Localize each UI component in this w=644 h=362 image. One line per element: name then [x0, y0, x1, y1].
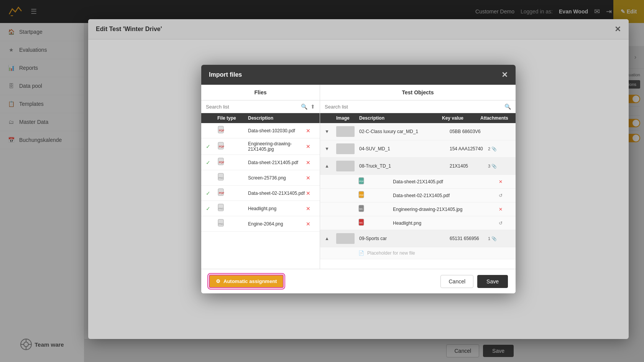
flies-panel: Flies 🔍 ⬆ File type Description: [201, 85, 320, 269]
to-key-1: 05BB 68603V6: [450, 129, 488, 134]
svg-text:PNG: PNG: [219, 177, 223, 179]
file-type-icon: PNG: [217, 204, 248, 213]
svg-text:IMG: IMG: [359, 208, 363, 210]
auto-assign-label: Automatic assignment: [223, 278, 277, 284]
to-key-3: 21X1405: [450, 163, 488, 169]
to-attach-2: 2 📎: [488, 146, 511, 151]
sub-file-row: PDF Data-sheet-21X1405.pdf ✕: [320, 175, 516, 189]
file-remove-icon[interactable]: ✕: [306, 190, 315, 196]
svg-text:PDF: PDF: [219, 192, 224, 194]
to-row: ▼ 04-SUV_MD_1 154 AAA125740 2 📎: [320, 140, 516, 158]
auto-assign-button[interactable]: ⚙ Automatic assignment: [209, 275, 284, 288]
file-name: Engine-2064.png: [248, 221, 306, 227]
test-objects-title: Test Objects: [320, 85, 516, 100]
file-type-icon: PDF: [217, 142, 248, 151]
to-col-image: Image: [336, 115, 359, 121]
file-type-icon: PDF: [217, 188, 248, 198]
to-key-2: 154 AAA125740: [450, 146, 488, 151]
to-attach-3: 3 📎: [488, 164, 511, 169]
file-type-icon: PDF: [217, 158, 248, 167]
sub-file-icon-2: PDF: [358, 191, 393, 200]
col-file-type: File type: [217, 115, 248, 121]
edit-test-modal: Edit Test 'Winter Drive' ✕ Import files …: [88, 19, 629, 339]
sub-file-refresh-2[interactable]: ↺: [499, 193, 508, 198]
to-image-4: [336, 233, 355, 244]
to-image-3: [336, 161, 355, 171]
import-save-button[interactable]: Save: [477, 275, 508, 288]
flies-table-header: File type Description: [201, 113, 320, 123]
sub-file-refresh-4[interactable]: ↺: [499, 220, 508, 226]
import-files-modal: Import files ✕ Flies 🔍 ⬆ File type Descr…: [201, 65, 516, 293]
svg-text:PNG: PNG: [219, 207, 223, 210]
to-image-1: [336, 126, 355, 137]
col-description: Description: [248, 115, 315, 121]
file-name: Engineering-drawing-21X1405.jpg: [248, 141, 306, 152]
sub-file-name-4: Headlight.png: [393, 220, 499, 226]
placeholder-text: Placeholder for new file: [367, 250, 415, 256]
file-remove-icon[interactable]: ✕: [306, 128, 315, 134]
to-chevron-4[interactable]: ▲: [325, 236, 336, 241]
file-row: PNG Screen-25736.png ✕: [201, 170, 320, 186]
to-chevron-2[interactable]: ▼: [325, 146, 336, 151]
flies-search-bar: 🔍 ⬆: [201, 100, 320, 113]
to-row-expanded: ▲ 08-Truck_TD_1 21X1405 3 📎: [320, 158, 516, 175]
file-checked-icon: ✓: [206, 143, 217, 150]
file-remove-icon[interactable]: ✕: [306, 160, 315, 166]
to-desc-2: 04-SUV_MD_1: [359, 146, 450, 151]
to-image-2: [336, 143, 355, 154]
file-row: PDF Data-sheet-102030.pdf ✕: [201, 123, 320, 138]
flies-upload-icon[interactable]: ⬆: [310, 104, 315, 110]
svg-text:PNG: PNG: [219, 223, 223, 225]
file-type-icon: PDF: [217, 126, 248, 135]
flies-search-icon[interactable]: 🔍: [301, 104, 307, 110]
svg-text:PDF: PDF: [359, 194, 364, 196]
sub-file-icon-3: IMG: [358, 205, 393, 214]
svg-text:PDF: PDF: [219, 161, 224, 164]
file-row: ✓ PNG Headlight.png ✕: [201, 201, 320, 216]
file-type-icon: PNG: [217, 219, 248, 229]
file-checked-icon: ✓: [206, 190, 217, 196]
file-name: Data-sheet-21X1405.pdf: [248, 160, 306, 165]
file-name: Screen-25736.png: [248, 175, 306, 181]
file-remove-icon[interactable]: ✕: [306, 206, 315, 212]
svg-text:PDF: PDF: [219, 129, 224, 132]
to-chevron-1[interactable]: ▼: [325, 129, 336, 134]
svg-text:PDF: PDF: [219, 145, 224, 148]
sub-file-row: IMG Engineering-drawing-21X1405.jpg ✕: [320, 202, 516, 216]
file-remove-icon[interactable]: ✕: [306, 143, 315, 150]
sub-file-row: IMG Headlight.png ↺: [320, 216, 516, 230]
file-checked-icon: ✓: [206, 206, 217, 212]
import-cancel-button[interactable]: Cancel: [440, 275, 473, 288]
import-files-close[interactable]: ✕: [501, 70, 508, 79]
import-files-header: Import files ✕: [201, 65, 516, 85]
file-name: Data-sheet-02-21X1405.pdf: [248, 191, 306, 196]
file-row: ✓ PDF Data-sheet-02-21X1405.pdf ✕: [201, 186, 320, 201]
to-key-4: 65131 656956: [450, 236, 488, 241]
sub-file-name-2: Data-sheet-02-21X1405.pdf: [393, 193, 499, 198]
flies-table: PDF Data-sheet-102030.pdf ✕ ✓ PDF Engine…: [201, 123, 320, 269]
file-row: ✓ PDF Engineering-drawing-21X1405.jpg ✕: [201, 138, 320, 155]
svg-text:IMG: IMG: [359, 222, 363, 224]
to-chevron-3[interactable]: ▲: [325, 163, 336, 169]
to-attach-4: 1 📎: [488, 236, 511, 241]
to-desc-3: 08-Truck_TD_1: [359, 163, 450, 169]
test-objects-panel: Test Objects 🔍 Image Description Key val…: [320, 85, 516, 269]
to-desc-1: 02-C-Class luxury car_MD_1: [359, 129, 450, 134]
file-checked-icon: ✓: [206, 160, 217, 166]
sub-file-icon-1: PDF: [358, 177, 393, 186]
sub-file-remove-3[interactable]: ✕: [499, 207, 508, 212]
file-remove-icon[interactable]: ✕: [306, 175, 315, 181]
file-remove-icon[interactable]: ✕: [306, 221, 315, 227]
sub-file-remove-1[interactable]: ✕: [499, 179, 508, 184]
import-files-body: Flies 🔍 ⬆ File type Description: [201, 85, 516, 269]
sub-file-name-1: Data-sheet-21X1405.pdf: [393, 179, 499, 184]
flies-search-input[interactable]: [206, 104, 298, 110]
sub-file-name-3: Engineering-drawing-21X1405.jpg: [393, 207, 499, 212]
file-name: Data-sheet-102030.pdf: [248, 128, 306, 133]
flies-panel-title: Flies: [201, 85, 320, 100]
to-search-icon[interactable]: 🔍: [504, 104, 511, 110]
import-files-title: Import files: [209, 71, 242, 78]
to-col-attach: Attachments: [480, 115, 511, 121]
footer-right-buttons: Cancel Save: [440, 275, 508, 288]
to-search-input[interactable]: [325, 104, 501, 110]
